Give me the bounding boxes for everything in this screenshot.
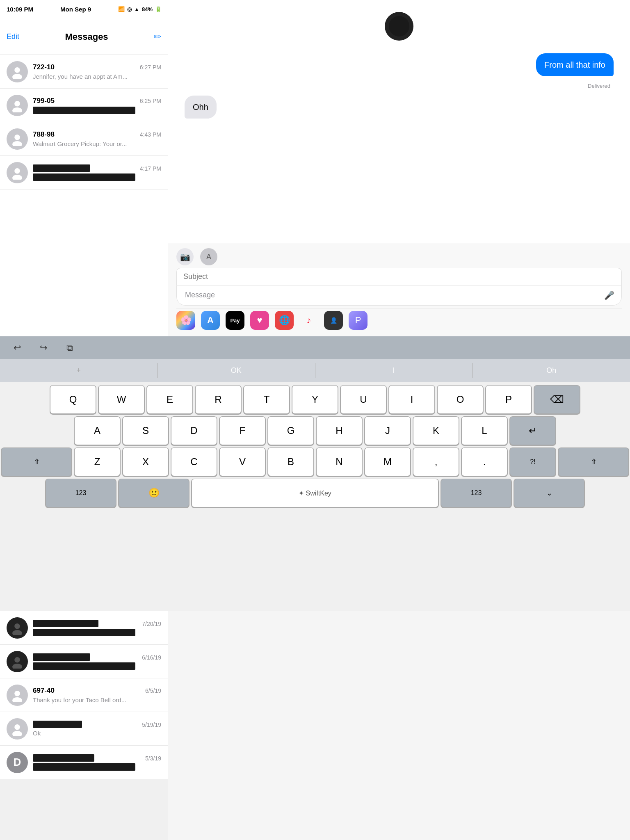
purple-app-icon[interactable]: P: [349, 311, 368, 330]
list-item[interactable]: 4:17 PM: [0, 156, 168, 189]
list-item[interactable]: 788-98 4:43 PM Walmart Grocery Pickup: Y…: [0, 122, 168, 156]
paste-button[interactable]: ⧉: [61, 339, 79, 357]
key-b[interactable]: B: [268, 448, 313, 476]
signal-icon: ▲: [134, 6, 139, 12]
key-e[interactable]: E: [147, 386, 192, 413]
key-m[interactable]: M: [365, 448, 410, 476]
key-row-3: ⇧ Z X C V B N M , . ?! ⇧: [2, 448, 628, 476]
suggestion-i[interactable]: I: [315, 363, 473, 378]
key-t[interactable]: T: [244, 386, 289, 413]
conversation-time: 6:27 PM: [140, 64, 161, 71]
keyboard-suggestions: + OK I Oh: [0, 359, 630, 382]
key-g[interactable]: G: [268, 417, 313, 445]
key-a[interactable]: A: [75, 417, 120, 445]
svg-point-8: [14, 623, 20, 629]
list-item[interactable]: 799-05 6:25 PM: [0, 89, 168, 122]
key-q[interactable]: Q: [50, 386, 96, 413]
conversation-preview: Jennifer, you have an appt at Am...: [33, 73, 161, 80]
list-item[interactable]: 5/19/19 Ok: [0, 712, 168, 746]
applepay-icon[interactable]: Pay: [226, 311, 244, 330]
key-o[interactable]: O: [438, 386, 483, 413]
status-icons: 📶 ◎ ▲ 84% 🔋: [118, 6, 162, 12]
key-spacebar[interactable]: ✦ SwiftKey: [192, 479, 438, 507]
sidebar-header: Edit Messages ✏: [0, 18, 168, 55]
key-period[interactable]: .: [462, 448, 507, 476]
svg-point-14: [14, 724, 20, 730]
message-input-area[interactable]: 📷 A 🎤 🌸 A Pay ♥ 🌐 ♪ 👤 P: [168, 244, 630, 336]
key-numbers-right[interactable]: 123: [441, 479, 511, 507]
key-y[interactable]: Y: [292, 386, 338, 413]
key-v[interactable]: V: [220, 448, 265, 476]
key-shift-left[interactable]: ⇧: [2, 448, 71, 476]
svg-point-13: [12, 697, 22, 702]
key-numbers[interactable]: 123: [46, 479, 116, 507]
key-l[interactable]: L: [462, 417, 507, 445]
list-item[interactable]: 7/20/19: [0, 611, 168, 645]
edit-button[interactable]: Edit: [7, 32, 19, 41]
key-w[interactable]: W: [99, 386, 144, 413]
key-comma[interactable]: ,: [413, 448, 459, 476]
key-x[interactable]: X: [123, 448, 168, 476]
key-hide[interactable]: ⌄: [514, 479, 584, 507]
key-excl[interactable]: ?!: [510, 448, 555, 476]
suggestion-plus[interactable]: +: [0, 363, 158, 378]
location-icon: ◎: [127, 6, 132, 12]
music-app-icon[interactable]: ♪: [299, 311, 318, 330]
key-h[interactable]: H: [317, 417, 362, 445]
messages-sidebar: Edit Messages ✏ 722-10 6:27 PM Jennifer,…: [0, 0, 168, 336]
appstore-button[interactable]: A: [200, 248, 217, 265]
key-p[interactable]: P: [486, 386, 531, 413]
key-f[interactable]: F: [220, 417, 265, 445]
custom-app-icon[interactable]: 👤: [324, 311, 343, 330]
status-date: Mon Sep 9: [60, 6, 91, 13]
key-k[interactable]: K: [413, 417, 459, 445]
sidebar-lower-conversations: 7/20/19 6/16/19 697-40 6/5/19 Thank you …: [0, 611, 168, 779]
key-row-4: 123 🙂 ✦ SwiftKey 123 ⌄: [2, 479, 628, 507]
conversation-name-redacted: [33, 754, 94, 762]
redo-button[interactable]: ↪: [34, 339, 52, 357]
globe-app-icon[interactable]: 🌐: [275, 311, 294, 330]
chat-area: From all that info Delivered Ohh 📷 A 🎤 🌸…: [168, 0, 630, 336]
key-j[interactable]: J: [365, 417, 410, 445]
key-c[interactable]: C: [171, 448, 217, 476]
battery: 84%: [142, 6, 153, 12]
key-return[interactable]: ↵: [510, 417, 555, 445]
message-field[interactable]: [182, 288, 602, 303]
suggestion-oh[interactable]: Oh: [473, 363, 630, 378]
conversation-name: 697-40: [33, 687, 55, 695]
suggestion-ok[interactable]: OK: [158, 363, 315, 378]
key-shift-right[interactable]: ⇧: [559, 448, 628, 476]
microphone-button[interactable]: 🎤: [602, 288, 616, 303]
key-i[interactable]: I: [389, 386, 434, 413]
camera-button[interactable]: 📷: [176, 248, 194, 265]
key-d[interactable]: D: [171, 417, 217, 445]
key-delete[interactable]: ⌫: [534, 386, 580, 413]
list-item[interactable]: 697-40 6/5/19 Thank you for your Taco Be…: [0, 678, 168, 712]
subject-field[interactable]: [176, 268, 622, 285]
avatar: D: [7, 752, 28, 773]
list-item[interactable]: D 5/3/19: [0, 746, 168, 779]
wifi-icon: 📶: [118, 6, 125, 12]
key-z[interactable]: Z: [75, 448, 120, 476]
conversation-content: 5/3/19: [33, 754, 161, 771]
avatar: [7, 651, 28, 672]
appstore-icon[interactable]: A: [201, 311, 220, 330]
photos-app-icon[interactable]: 🌸: [176, 311, 195, 330]
avatar: [7, 162, 28, 183]
undo-button[interactable]: ↩: [8, 339, 26, 357]
conversation-preview-redacted: [33, 629, 135, 636]
conversation-preview-redacted: [33, 763, 135, 771]
key-n[interactable]: N: [317, 448, 362, 476]
svg-point-0: [14, 67, 20, 73]
key-r[interactable]: R: [196, 386, 241, 413]
list-item[interactable]: 722-10 6:27 PM Jennifer, you have an app…: [0, 55, 168, 89]
conversation-time: 5/3/19: [145, 755, 161, 762]
key-s[interactable]: S: [123, 417, 168, 445]
list-item[interactable]: 6/16/19: [0, 645, 168, 678]
heart-app-icon[interactable]: ♥: [250, 311, 269, 330]
compose-button[interactable]: ✏: [154, 32, 161, 42]
key-emoji[interactable]: 🙂: [119, 479, 189, 507]
svg-point-6: [14, 168, 20, 173]
avatar: [7, 61, 28, 82]
key-u[interactable]: U: [341, 386, 386, 413]
